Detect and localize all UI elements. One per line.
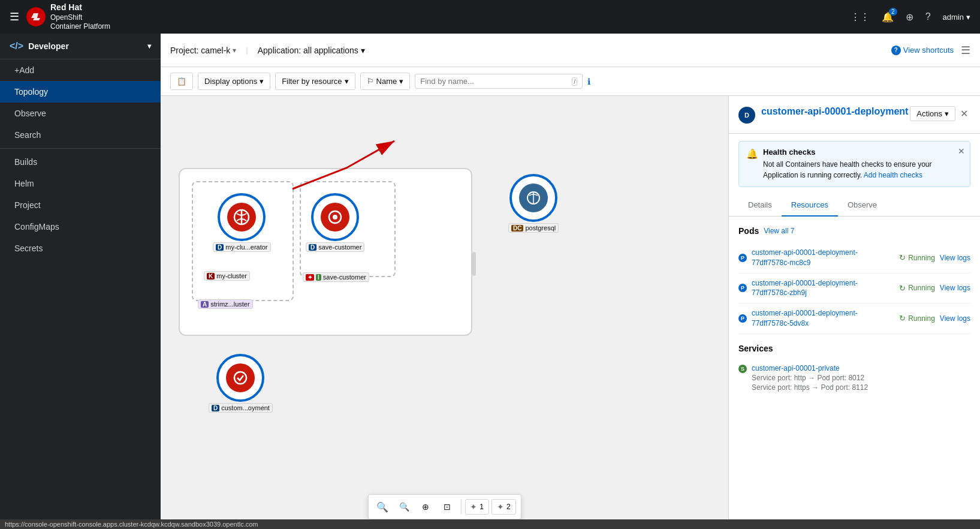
pod3-logs-link[interactable]: View logs <box>940 314 970 323</box>
view-all-pods-link[interactable]: View all 7 <box>764 227 794 235</box>
sidebar-item-observe[interactable]: Observe <box>0 103 161 124</box>
user-menu[interactable]: admin ▾ <box>943 13 970 22</box>
panel-content: Pods View all 7 P customer-api-00001-dep… <box>729 217 980 529</box>
display-options-label: Display options <box>204 77 257 86</box>
health-title: Health checks <box>763 148 963 157</box>
health-banner-close-button[interactable]: ✕ <box>958 146 965 156</box>
sidebar-item-search[interactable]: Search <box>0 124 161 146</box>
right-panel-header: D customer-api-00001-deployment Actions … <box>729 96 980 134</box>
list-view-button[interactable]: ☰ <box>961 44 970 57</box>
component-badge-2[interactable]: ✦ 2 <box>491 499 516 515</box>
notification-badge: 2 <box>889 8 897 16</box>
topology-node-save-customer-int[interactable]: ✦ I save-customer <box>303 271 369 282</box>
zoom-out-button[interactable]: 🔍 <box>394 497 414 516</box>
pod-item-2: P customer-api-00001-deployment-77dff757… <box>738 273 970 304</box>
application-selector[interactable]: Application: all applications ▾ <box>258 46 365 55</box>
node-circle-my-clu-erator <box>218 193 266 241</box>
node-icon-save-customer <box>321 203 349 232</box>
pod2-status-label: Running <box>908 284 935 292</box>
sidebar-item-add[interactable]: +Add <box>0 59 161 81</box>
header-separator: | <box>246 46 248 55</box>
reset-view-button[interactable]: ⊕ <box>416 497 435 516</box>
topology-node-strimz-luster[interactable]: A strimz...luster <box>198 298 253 309</box>
svg-point-5 <box>333 215 337 220</box>
pod2-indicator: P <box>738 284 747 292</box>
filter-by-resource-label: Filter by resource <box>282 77 342 86</box>
service1-details: customer-api-00001-private Service port:… <box>752 364 970 392</box>
add-health-checks-link[interactable]: Add health checks <box>864 171 922 179</box>
sidebar-item-helm[interactable]: Helm <box>0 173 161 194</box>
pod2-name[interactable]: customer-api-00001-deployment-77dff7578c… <box>752 278 894 299</box>
node-badge-my-cluster: K my-cluster <box>204 271 250 281</box>
tab-resources[interactable]: Resources <box>782 194 838 217</box>
node-badge-strimz-luster: A strimz...luster <box>198 299 253 309</box>
node-badge-save-customer-int: ✦ I save-customer <box>303 272 369 282</box>
main-content: Project: camel-k ▾ | Application: all ap… <box>161 34 980 529</box>
pod2-logs-link[interactable]: View logs <box>940 284 970 292</box>
developer-label: Developer <box>28 41 69 51</box>
close-panel-button[interactable]: ✕ <box>958 106 970 122</box>
filter-by-resource-button[interactable]: Filter by resource ▾ <box>275 73 355 90</box>
help-icon[interactable]: ? <box>925 11 931 22</box>
service1-indicator: S <box>738 365 747 373</box>
sidebar-item-builds-label: Builds <box>14 157 37 167</box>
hamburger-menu[interactable]: ☰ <box>10 10 19 23</box>
add-icon[interactable]: ⊕ <box>906 11 913 23</box>
pod3-name[interactable]: customer-api-00001-deployment-77dff7578c… <box>752 308 894 329</box>
sub-header: Project: camel-k ▾ | Application: all ap… <box>161 34 980 67</box>
component2-label: 2 <box>506 503 511 511</box>
tab-observe[interactable]: Observe <box>838 194 886 217</box>
display-options-chevron-icon: ▾ <box>260 77 264 86</box>
actions-chevron-icon: ▾ <box>945 109 949 118</box>
right-panel: D customer-api-00001-deployment Actions … <box>728 96 980 529</box>
pod-item-1: P customer-api-00001-deployment-77dff757… <box>738 243 970 273</box>
service1-name-link[interactable]: customer-api-00001-private <box>752 364 970 372</box>
developer-perspective-toggle[interactable]: </> Developer ▾ <box>0 34 161 59</box>
filter-resource-chevron-icon: ▾ <box>345 77 349 86</box>
name-filter-button[interactable]: ⚐ Name ▾ <box>360 73 411 90</box>
info-icon[interactable]: ℹ <box>587 77 590 86</box>
find-by-name-input[interactable] <box>420 77 572 86</box>
topology-node-save-customer[interactable]: D save-customer <box>306 193 364 252</box>
bookmark-button[interactable]: 📋 <box>170 73 193 90</box>
pod1-name[interactable]: customer-api-00001-deployment-77dff7578c… <box>752 248 894 268</box>
service1-port1: Service port: http → Pod port: 8012 <box>752 374 970 382</box>
pod1-logs-link[interactable]: View logs <box>940 254 970 262</box>
sidebar-item-topology[interactable]: Topology <box>0 81 161 103</box>
sidebar-item-project[interactable]: Project <box>0 194 161 216</box>
application-label: Application: all applications <box>258 46 358 55</box>
sidebar-item-builds[interactable]: Builds <box>0 151 161 173</box>
sidebar-item-project-label: Project <box>14 200 41 210</box>
fit-view-button[interactable]: ⊡ <box>438 497 457 516</box>
view-shortcuts-question-icon: ? <box>891 46 901 55</box>
topology-node-my-cluster[interactable]: K my-cluster <box>204 270 250 281</box>
component-badge-1[interactable]: ✦ 1 <box>465 499 489 515</box>
pod2-status-icon: ↻ <box>899 284 906 293</box>
sidebar-divider <box>0 148 161 149</box>
display-options-button[interactable]: Display options ▾ <box>198 73 270 90</box>
topology-node-postgresql[interactable]: DC postgresql <box>508 174 559 233</box>
name-filter-label: Name <box>376 77 397 86</box>
grid-icon[interactable]: ⋮⋮ <box>851 11 870 23</box>
notifications-icon[interactable]: 🔔 2 <box>882 11 894 23</box>
topology-canvas[interactable]: D my-clu...erator K my-cluster A strimz. <box>161 96 728 529</box>
zoom-in-button[interactable]: 🔍 <box>373 497 392 516</box>
right-panel-title[interactable]: customer-api-00001-deployment <box>761 106 908 118</box>
project-label: Project: camel-k <box>170 46 230 55</box>
slash-shortcut-icon: / <box>572 77 577 86</box>
sidebar-item-configmaps[interactable]: ConfigMaps <box>0 216 161 238</box>
url-text: https://console-openshift-console.apps.c… <box>5 521 258 528</box>
topology-node-custom-oyment[interactable]: D custom...oyment <box>209 354 273 413</box>
actions-button[interactable]: Actions ▾ <box>910 106 955 121</box>
tab-details[interactable]: Details <box>738 194 782 217</box>
resize-handle[interactable] <box>472 252 476 276</box>
topology-node-my-clu-erator[interactable]: D my-clu...erator <box>213 193 271 252</box>
sidebar-item-configmaps-label: ConfigMaps <box>14 222 59 232</box>
sidebar-item-observe-label: Observe <box>14 109 46 118</box>
view-shortcuts-button[interactable]: ? View shortcuts <box>891 46 954 55</box>
app-chevron-icon: ▾ <box>361 46 365 55</box>
sidebar-item-secrets[interactable]: Secrets <box>0 238 161 259</box>
user-chevron-icon: ▾ <box>966 13 970 22</box>
project-selector[interactable]: Project: camel-k ▾ <box>170 46 236 55</box>
component1-label: 1 <box>480 503 484 511</box>
